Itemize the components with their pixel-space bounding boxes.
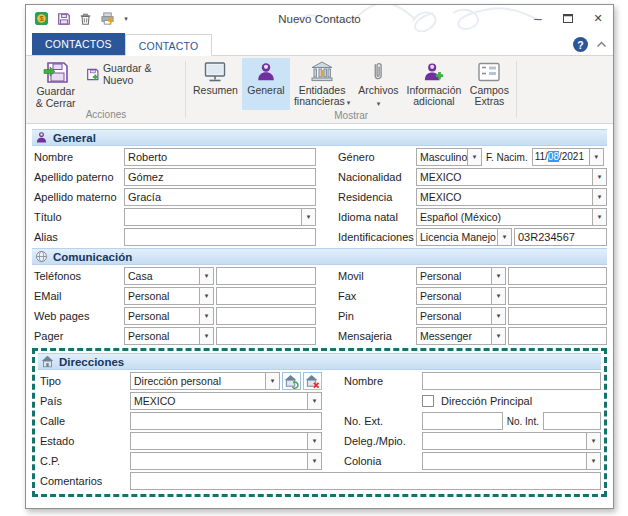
movil-input[interactable] xyxy=(508,267,607,285)
contact-form: General Nombre Género Masculino▾ F. Naci… xyxy=(26,124,613,508)
guardar-nuevo-button[interactable]: Guardar & Nuevo xyxy=(81,60,182,88)
archivos-button[interactable]: Archivos ▾ xyxy=(354,58,402,110)
informacion-label: Informaciónadicional xyxy=(407,85,462,107)
colonia-select[interactable]: ▾ xyxy=(422,452,601,470)
direccion-nombre-input[interactable] xyxy=(422,372,601,390)
fax-input[interactable] xyxy=(508,287,607,305)
dropdown-arrow-icon: ▾ xyxy=(592,169,606,185)
form-row: Tipo Dirección personal▾ Nombre xyxy=(38,372,601,390)
direccion-add-button[interactable] xyxy=(282,372,301,390)
save-new-icon xyxy=(86,67,100,82)
campos-extras-button[interactable]: CamposExtras xyxy=(465,58,513,110)
noext-input[interactable] xyxy=(422,412,503,430)
save-button[interactable] xyxy=(55,10,72,27)
apellido-paterno-input[interactable] xyxy=(124,168,316,186)
comunicacion-section-header: Comunicación xyxy=(32,248,607,265)
informacion-adicional-button[interactable]: Informaciónadicional xyxy=(403,58,466,110)
form-row: País MEXICO▾ Dirección Principal xyxy=(38,392,601,410)
telefonos-tipo-select[interactable]: Casa▾ xyxy=(124,267,214,285)
email-tipo-select[interactable]: Personal▾ xyxy=(124,287,214,305)
form-row: Alias Identificaciones Licencia Manejo▾ xyxy=(32,228,607,246)
pais-select[interactable]: MEXICO▾ xyxy=(130,392,322,410)
entidades-financieras-button[interactable]: Entidadesfinancieras▾ xyxy=(290,58,354,110)
ribbon-right-controls: ? xyxy=(573,37,607,55)
identificacion-numero-input[interactable] xyxy=(514,228,607,246)
mensajeria-input[interactable] xyxy=(508,327,607,345)
delete-button[interactable] xyxy=(77,10,94,27)
direccion-principal-checkbox[interactable] xyxy=(422,395,434,407)
ribbon-group-separator xyxy=(516,61,517,118)
resumen-button[interactable]: Resumen xyxy=(189,58,242,110)
maximize-button[interactable] xyxy=(553,8,583,30)
calle-input[interactable] xyxy=(130,412,322,430)
cp-select[interactable]: ▾ xyxy=(130,452,322,470)
section-direcciones: Direcciones Tipo Dirección personal▾ xyxy=(38,353,601,490)
fax-label: Fax xyxy=(338,290,416,302)
fnacim-date-input[interactable]: 11/08/2021 ▾ xyxy=(532,148,604,166)
titlebar: $ ▾ Nuevo Contacto ─ ✕ xyxy=(26,5,613,32)
nacionalidad-select[interactable]: MEXICO▾ xyxy=(416,168,607,186)
tab-contactos[interactable]: CONTACTOS xyxy=(32,33,125,55)
form-row: Pager Personal▾ Mensajeria Messenger▾ xyxy=(32,327,607,345)
genero-select[interactable]: Masculino▾ xyxy=(416,148,482,166)
form-row: EMail Personal▾ Fax Personal▾ xyxy=(32,287,607,305)
comentarios-label: Comentarios xyxy=(38,475,130,487)
help-icon[interactable]: ? xyxy=(573,37,588,52)
fax-tipo-select[interactable]: Personal▾ xyxy=(416,287,506,305)
dropdown-arrow-icon: ▾ xyxy=(592,189,606,205)
resumen-label: Resumen xyxy=(193,85,238,96)
group-label-acciones: Acciones xyxy=(30,109,182,123)
alias-input[interactable] xyxy=(124,228,316,246)
comentarios-input[interactable] xyxy=(130,472,601,490)
movil-label: Movil xyxy=(338,270,416,282)
direcciones-section-header: Direcciones xyxy=(38,353,601,370)
tab-contacto[interactable]: CONTACTO xyxy=(125,34,213,56)
email-input[interactable] xyxy=(216,287,316,305)
ribbon: Guardar & Cerrar Guardar & Nuevo Accione… xyxy=(26,56,613,124)
calle-label: Calle xyxy=(38,415,130,427)
minimize-button[interactable]: ─ xyxy=(523,8,553,30)
noint-input[interactable] xyxy=(543,412,601,430)
pin-input[interactable] xyxy=(508,307,607,325)
pin-tipo-select[interactable]: Personal▾ xyxy=(416,307,506,325)
quick-access-toolbar: $ ▾ xyxy=(26,10,131,27)
pager-input[interactable] xyxy=(216,327,316,345)
webpages-input[interactable] xyxy=(216,307,316,325)
mensajeria-tipo-select[interactable]: Messenger▾ xyxy=(416,327,506,345)
webpages-label: Web pages xyxy=(32,310,124,322)
general-button[interactable]: General xyxy=(242,58,290,110)
movil-tipo-select[interactable]: Personal▾ xyxy=(416,267,506,285)
titulo-select[interactable]: ▾ xyxy=(124,208,316,226)
form-row: Apellido materno Residencia MEXICO▾ xyxy=(32,188,607,206)
dropdown-arrow-icon: ▾ xyxy=(199,288,213,304)
form-row: Nombre Género Masculino▾ F. Nacim. 11/08… xyxy=(32,148,607,166)
deleg-select[interactable]: ▾ xyxy=(422,432,601,450)
customize-qat-button[interactable]: ▾ xyxy=(121,10,131,27)
close-button[interactable]: ✕ xyxy=(583,8,613,30)
residencia-select[interactable]: MEXICO▾ xyxy=(416,188,607,206)
dropdown-arrow-icon: ▾ xyxy=(199,328,213,344)
apellido-materno-input[interactable] xyxy=(124,188,316,206)
comunicacion-section-title: Comunicación xyxy=(53,251,132,263)
dropdown-arrow-icon: ▾ xyxy=(592,209,606,225)
estado-label: Estado xyxy=(38,435,130,447)
pager-tipo-select[interactable]: Personal▾ xyxy=(124,327,214,345)
dropdown-arrow-icon: ▾ xyxy=(265,373,279,389)
tipo-direccion-select[interactable]: Dirección personal▾ xyxy=(130,372,280,390)
nombre-input[interactable] xyxy=(124,148,316,166)
collapse-ribbon-icon[interactable] xyxy=(596,41,607,48)
pager-label: Pager xyxy=(32,330,124,342)
nuevo-contacto-window: $ ▾ Nuevo Contacto ─ ✕ CONTACTOS CONTACT… xyxy=(25,4,614,509)
direccion-delete-button[interactable] xyxy=(303,372,322,390)
webpages-tipo-select[interactable]: Personal▾ xyxy=(124,307,214,325)
quick-print-button[interactable] xyxy=(99,10,116,27)
identificacion-tipo-select[interactable]: Licencia Manejo▾ xyxy=(416,228,512,246)
idioma-select[interactable]: Español (México)▾ xyxy=(416,208,607,226)
estado-select[interactable]: ▾ xyxy=(130,432,322,450)
dropdown-arrow-icon: ▾ xyxy=(467,149,481,165)
form-row: Calle No. Ext. No. Int. xyxy=(38,412,601,430)
person-icon xyxy=(35,131,48,144)
guardar-cerrar-button[interactable]: Guardar & Cerrar xyxy=(30,58,81,109)
telefonos-input[interactable] xyxy=(216,267,316,285)
date-selected-segment: 08 xyxy=(548,151,559,162)
